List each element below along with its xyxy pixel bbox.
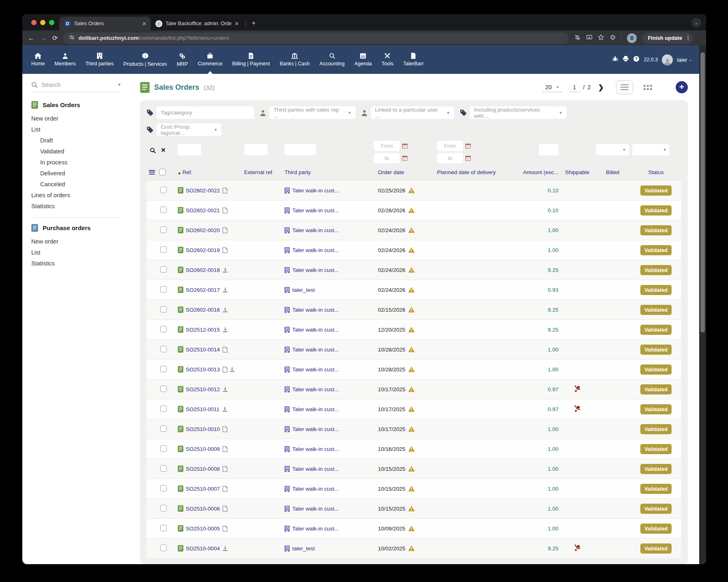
order-date-from-input[interactable] bbox=[374, 141, 400, 151]
note-icon[interactable] bbox=[222, 347, 228, 353]
table-row[interactable]: SO2510-0010 Taler walk-in cust... 10/17/… bbox=[146, 419, 681, 439]
nav-accounting[interactable]: Accounting bbox=[314, 45, 349, 74]
window-controls[interactable] bbox=[28, 14, 59, 30]
order-ref-link[interactable]: SO2510-0009 bbox=[186, 446, 220, 452]
close-tab-icon[interactable]: ✕ bbox=[142, 21, 146, 27]
order-ref-link[interactable]: SO2602-0019 bbox=[186, 247, 220, 253]
col-planned-date[interactable]: Planned date of delivery bbox=[435, 167, 515, 181]
tag-category-input[interactable] bbox=[161, 110, 250, 116]
third-party-link[interactable]: Taler walk-in cust... bbox=[292, 486, 339, 492]
download-icon[interactable] bbox=[222, 287, 228, 293]
note-icon[interactable] bbox=[222, 466, 228, 472]
order-ref-link[interactable]: SO2510-0012 bbox=[186, 386, 220, 392]
table-row[interactable]: SO2510-0013 Taler walk-in cust... 10/28/… bbox=[146, 360, 681, 379]
cast-save-icon[interactable] bbox=[586, 34, 592, 42]
planned-date-to-input[interactable] bbox=[437, 153, 463, 163]
sidebar-item-delivered[interactable]: Delivered bbox=[31, 168, 121, 179]
third-party-link[interactable]: Taler walk-in cust... bbox=[292, 506, 339, 512]
sidebar-title-purchase-orders[interactable]: Purchase orders bbox=[31, 224, 121, 232]
browser-menu-icon[interactable]: ⋮ bbox=[685, 35, 691, 41]
note-icon[interactable] bbox=[222, 227, 228, 233]
download-icon[interactable] bbox=[222, 406, 228, 412]
col-order-date[interactable]: Order date bbox=[372, 167, 435, 181]
sidebar-item-in-process[interactable]: In process bbox=[31, 157, 121, 168]
nav-third-parties[interactable]: Third parties bbox=[80, 45, 118, 74]
external-ref-filter-input[interactable] bbox=[244, 144, 268, 155]
close-tab-icon[interactable]: ✕ bbox=[235, 21, 239, 27]
order-ref-link[interactable]: SO2510-0004 bbox=[186, 545, 220, 552]
table-row[interactable]: SO2510-0012 Taler walk-in cust... 10/17/… bbox=[146, 379, 681, 399]
tab-sales-orders[interactable]: D Sales Orders ✕ bbox=[59, 17, 151, 30]
planned-date-from-input[interactable] bbox=[437, 141, 463, 151]
list-view-button[interactable] bbox=[616, 80, 633, 94]
sidebar-item-po-new-order[interactable]: New order bbox=[31, 236, 121, 247]
back-button[interactable]: ← bbox=[28, 34, 34, 42]
table-row[interactable]: SO2602-0016 Taler walk-in cust... 02/15/… bbox=[146, 300, 681, 320]
nav-tools[interactable]: Tools bbox=[377, 45, 398, 74]
sidebar-item-validated[interactable]: Validated bbox=[31, 146, 121, 157]
including-products-select[interactable]: Including products/services with...▼ bbox=[470, 106, 566, 119]
table-row[interactable]: SO2602-0021 Taler walk-in cust... 02/26/… bbox=[146, 200, 681, 220]
table-row[interactable]: SO2510-0004 taler_test 10/02/2025 9.25 bbox=[146, 539, 681, 558]
third-party-filter-input[interactable] bbox=[284, 144, 316, 155]
nav-billing-payment[interactable]: Billing | Payment bbox=[227, 45, 275, 74]
col-third-party[interactable]: Third party bbox=[283, 167, 372, 181]
calendar-icon[interactable] bbox=[402, 155, 407, 161]
col-shippable[interactable]: Shippable bbox=[560, 167, 594, 181]
order-ref-link[interactable]: SO2602-0022 bbox=[186, 188, 220, 194]
apply-filter-search-icon[interactable] bbox=[150, 147, 156, 153]
add-order-button[interactable]: + bbox=[676, 81, 688, 93]
ref-filter-input[interactable] bbox=[178, 144, 201, 155]
nav-agenda[interactable]: Agenda bbox=[349, 45, 377, 74]
user-menu[interactable]: taler⌄ bbox=[677, 57, 692, 63]
download-icon[interactable] bbox=[229, 366, 235, 373]
note-icon[interactable] bbox=[222, 526, 228, 532]
third-party-link[interactable]: Taler walk-in cust... bbox=[292, 247, 339, 253]
row-checkbox[interactable] bbox=[160, 366, 167, 372]
note-icon[interactable] bbox=[222, 366, 228, 373]
sidebar-item-statistics[interactable]: Statistics bbox=[31, 200, 121, 211]
sidebar-item-list[interactable]: List bbox=[31, 124, 121, 135]
profile-avatar[interactable]: B bbox=[627, 33, 637, 43]
bookmark-star-icon[interactable] bbox=[598, 34, 604, 42]
nav-members[interactable]: Members bbox=[50, 45, 80, 74]
table-row[interactable]: SO2602-0018 Taler walk-in cust... 02/24/… bbox=[146, 260, 681, 280]
col-amount[interactable]: Amount (exc... bbox=[515, 167, 560, 181]
third-party-link[interactable]: Taler walk-in cust... bbox=[292, 207, 339, 213]
reload-button[interactable]: ⟳ bbox=[52, 34, 58, 42]
bug-report-icon[interactable] bbox=[612, 56, 618, 64]
sidebar-item-draft[interactable]: Draft bbox=[31, 135, 121, 146]
note-icon[interactable] bbox=[222, 426, 228, 432]
table-row[interactable]: SO2510-0005 Taler walk-in cust... 10/09/… bbox=[146, 519, 681, 539]
row-checkbox[interactable] bbox=[160, 545, 167, 551]
download-icon[interactable] bbox=[222, 386, 228, 392]
finish-update-button[interactable]: Finish update⋮ bbox=[642, 32, 693, 44]
note-icon[interactable] bbox=[222, 486, 228, 492]
table-row[interactable]: SO2510-0011 Taler walk-in cust... 10/17/… bbox=[146, 399, 681, 419]
table-row[interactable]: SO2602-0017 taler_test 02/24/2026 0.93 bbox=[146, 280, 681, 300]
extensions-icon[interactable] bbox=[610, 34, 616, 42]
order-ref-link[interactable]: SO2512-0015 bbox=[186, 327, 220, 333]
note-icon[interactable] bbox=[222, 207, 228, 213]
column-config-icon[interactable] bbox=[149, 169, 155, 175]
table-row[interactable]: SO2510-0006 Taler walk-in cust... 10/15/… bbox=[146, 499, 681, 519]
sidebar-item-canceled[interactable]: Canceled bbox=[31, 179, 121, 190]
sidebar-item-lines-of-orders[interactable]: Lines of orders bbox=[31, 190, 121, 200]
user-avatar[interactable] bbox=[662, 54, 673, 65]
row-checkbox[interactable] bbox=[160, 286, 167, 293]
sidebar-item-po-statistics[interactable]: Statistics bbox=[31, 258, 121, 269]
close-window-button[interactable] bbox=[31, 20, 37, 25]
row-checkbox[interactable] bbox=[160, 187, 167, 193]
note-icon[interactable] bbox=[222, 188, 228, 194]
order-ref-link[interactable]: SO2602-0021 bbox=[186, 207, 220, 213]
third-party-link[interactable]: Taler walk-in cust... bbox=[292, 227, 339, 233]
table-row[interactable]: SO2510-0014 Taler walk-in cust... 10/28/… bbox=[146, 340, 681, 360]
search-dropdown-caret-icon[interactable]: ▼ bbox=[117, 82, 121, 87]
row-checkbox[interactable] bbox=[160, 386, 167, 392]
third-party-link[interactable]: Taler walk-in cust... bbox=[292, 188, 339, 194]
nav-banks-cash[interactable]: Banks | Cash bbox=[275, 45, 314, 74]
page-scrollbar-track[interactable] bbox=[699, 45, 706, 564]
row-checkbox[interactable] bbox=[160, 445, 167, 452]
row-checkbox[interactable] bbox=[160, 306, 167, 313]
sidebar-item-po-list[interactable]: List bbox=[31, 247, 121, 258]
